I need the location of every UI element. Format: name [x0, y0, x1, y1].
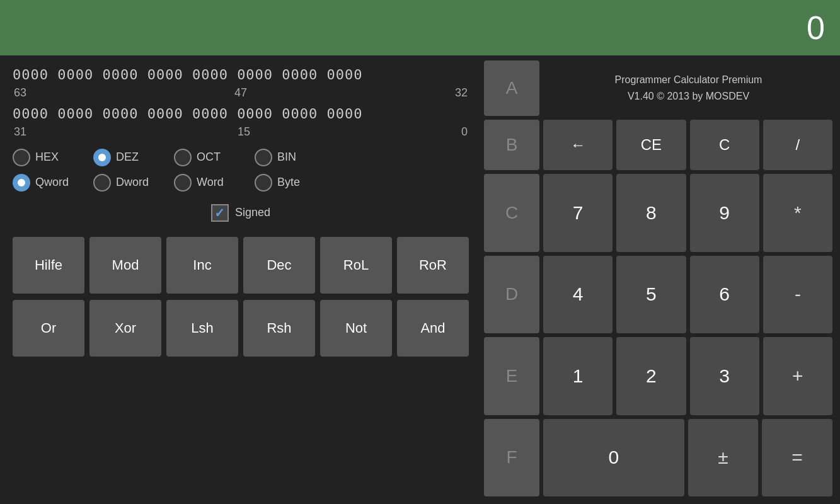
radio-byte-label: Byte: [277, 176, 315, 189]
radio-oct-label: OCT: [197, 151, 234, 164]
radio-word-circle: [174, 174, 192, 192]
checkmark-icon: ✓: [214, 205, 225, 220]
or-button[interactable]: Or: [13, 300, 84, 357]
radio-word-label: Word: [197, 176, 234, 189]
radio-qword-circle: [13, 174, 30, 192]
right-panel: A Programmer Calculator Premium V1.40 © …: [479, 55, 840, 504]
signed-checkbox[interactable]: ✓: [211, 204, 229, 222]
calc-row-456: D 4 5 6 -: [484, 256, 832, 334]
bit-label-63: 63: [14, 86, 26, 100]
func-row-1: Hilfe Mod Inc Dec RoL RoR: [13, 237, 469, 294]
signed-label: Signed: [235, 206, 270, 219]
plusminus-button[interactable]: ±: [688, 419, 759, 497]
btn-3[interactable]: 3: [690, 337, 759, 415]
display-value: 0: [807, 9, 825, 47]
app-info: Programmer Calculator Premium V1.40 © 20…: [544, 60, 832, 116]
base-radio-row: HEX DEZ OCT BIN: [13, 149, 469, 166]
radio-hex[interactable]: HEX: [13, 149, 73, 166]
bit-label-0: 0: [461, 125, 468, 139]
btn-1[interactable]: 1: [543, 337, 613, 415]
word-radio-row: Qword Dword Word Byte: [13, 174, 469, 192]
radio-oct[interactable]: OCT: [174, 149, 234, 166]
multiply-button[interactable]: *: [763, 174, 832, 252]
hex-f-button[interactable]: F: [484, 419, 539, 497]
radio-qword-label: Qword: [35, 176, 73, 189]
hex-a-button[interactable]: A: [484, 60, 539, 116]
calc-row-0: F 0 ± =: [484, 419, 832, 497]
bit-label-15: 15: [238, 125, 250, 139]
left-panel: 0000 0000 0000 0000 0000 0000 0000 0000 …: [0, 55, 479, 504]
signed-section: ✓ Signed: [13, 204, 469, 222]
calc-row-123: E 1 2 3 +: [484, 337, 832, 415]
btn-4[interactable]: 4: [543, 256, 613, 334]
lsh-button[interactable]: Lsh: [166, 300, 238, 357]
rsh-button[interactable]: Rsh: [243, 300, 315, 357]
radio-hex-circle: [13, 149, 30, 166]
hex-d-button[interactable]: D: [484, 256, 539, 334]
btn-7[interactable]: 7: [543, 174, 613, 252]
xor-button[interactable]: Xor: [89, 300, 161, 357]
hex-b-button[interactable]: B: [484, 120, 539, 170]
and-button[interactable]: And: [397, 300, 469, 357]
btn-9[interactable]: 9: [690, 174, 759, 252]
add-button[interactable]: +: [763, 337, 832, 415]
radio-qword[interactable]: Qword: [13, 174, 73, 192]
c-button[interactable]: C: [690, 120, 759, 170]
radio-dez[interactable]: DEZ: [93, 149, 154, 166]
btn-0[interactable]: 0: [543, 419, 684, 497]
hex-c-button[interactable]: C: [484, 174, 539, 252]
bit-labels2: 31 15 0: [13, 125, 469, 139]
func-row-2: Or Xor Lsh Rsh Not And: [13, 300, 469, 357]
ce-button[interactable]: CE: [616, 120, 686, 170]
btn-2[interactable]: 2: [616, 337, 686, 415]
binary-row2: 0000 0000 0000 0000 0000 0000 0000 0000: [13, 105, 469, 124]
radio-oct-circle: [174, 149, 192, 166]
info-row: A Programmer Calculator Premium V1.40 © …: [484, 60, 832, 116]
dec-button[interactable]: Dec: [243, 237, 315, 294]
radio-byte-circle: [255, 174, 272, 192]
binary-row1: 0000 0000 0000 0000 0000 0000 0000 0000: [13, 66, 469, 85]
radio-dez-circle: [93, 149, 111, 166]
bit-labels1: 63 47 32: [13, 86, 469, 100]
radio-word[interactable]: Word: [174, 174, 234, 192]
btn-8[interactable]: 8: [616, 174, 686, 252]
calc-row-789: C 7 8 9 *: [484, 174, 832, 252]
radio-bin-label: BIN: [277, 151, 315, 164]
hilfe-button[interactable]: Hilfe: [13, 237, 84, 294]
display-bar: 0: [0, 0, 840, 55]
btn-6[interactable]: 6: [690, 256, 759, 334]
btn-5[interactable]: 5: [616, 256, 686, 334]
ror-button[interactable]: RoR: [397, 237, 469, 294]
top-ops-row: B ← CE C /: [484, 120, 832, 170]
backspace-button[interactable]: ←: [543, 120, 613, 170]
radio-byte[interactable]: Byte: [255, 174, 315, 192]
radio-dword-label: Dword: [116, 176, 154, 189]
equals-button[interactable]: =: [762, 419, 832, 497]
bit-label-32: 32: [455, 86, 468, 100]
divide-button[interactable]: /: [763, 120, 832, 170]
radio-section: HEX DEZ OCT BIN Qword: [13, 149, 469, 192]
radio-dez-label: DEZ: [116, 151, 154, 164]
radio-dword-circle: [93, 174, 111, 192]
app-info-line1: Programmer Calculator Premium: [615, 72, 762, 88]
radio-bin-circle: [255, 149, 272, 166]
hex-e-button[interactable]: E: [484, 337, 539, 415]
not-button[interactable]: Not: [320, 300, 392, 357]
radio-hex-label: HEX: [35, 151, 73, 164]
radio-dword[interactable]: Dword: [93, 174, 154, 192]
main-content: 0000 0000 0000 0000 0000 0000 0000 0000 …: [0, 55, 840, 504]
app-info-line2: V1.40 © 2013 by MOSDEV: [628, 88, 749, 105]
bit-label-47: 47: [234, 86, 247, 100]
rol-button[interactable]: RoL: [320, 237, 392, 294]
inc-button[interactable]: Inc: [166, 237, 238, 294]
mod-button[interactable]: Mod: [89, 237, 161, 294]
radio-bin[interactable]: BIN: [255, 149, 315, 166]
bit-label-31: 31: [14, 125, 26, 139]
subtract-button[interactable]: -: [763, 256, 832, 334]
